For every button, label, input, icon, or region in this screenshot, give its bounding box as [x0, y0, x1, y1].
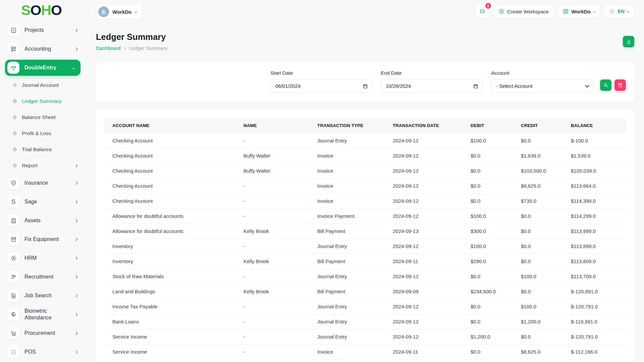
file-search-icon: [7, 290, 19, 302]
sidebar-subitem-balance-sheet[interactable]: Balance Sheet: [0, 109, 91, 125]
sidebar-subitem-profit-loss[interactable]: Profit & Loss: [0, 125, 91, 141]
table-row: Service Income-Invoice2024-09-11$0.0$8,6…: [104, 344, 626, 359]
sidebar-item-pos[interactable]: POS: [0, 343, 91, 361]
clipboard-off-icon: [618, 82, 623, 88]
table-row: Allowance for doubtful accounts-Invoice …: [104, 208, 626, 224]
topbar: WorkDo 0 Create Workspace WorkDo EN: [91, 0, 644, 24]
chevron-right-icon: [74, 238, 78, 241]
table-row: InventoryKelly BrookBill Payment2024-09-…: [104, 254, 626, 269]
table-row: Inventory-Journal Entry2024-09-12$100.0$…: [104, 239, 626, 254]
user-plus-icon: [7, 271, 19, 283]
circle-icon: [13, 148, 16, 151]
start-date-input[interactable]: [270, 79, 372, 93]
end-date-input[interactable]: [381, 79, 483, 93]
brand-logo[interactable]: SOHO: [0, 0, 91, 20]
breadcrumb-current: Ledger Summary: [129, 45, 167, 51]
circle-icon: [13, 164, 16, 167]
sidebar-item-accounting[interactable]: Accounting: [0, 40, 91, 58]
sidebar-item-projects[interactable]: Projects: [0, 21, 91, 40]
sidebar-item-hrm[interactable]: HRM: [0, 249, 91, 267]
workspace-name: WorkDo: [112, 9, 131, 15]
letter-s-icon: S: [7, 196, 19, 208]
language-label: EN: [618, 9, 625, 14]
chevron-right-icon: [74, 331, 78, 335]
sidebar-item-sage[interactable]: S Sage: [0, 192, 91, 211]
table-row: Income Tax Payable-Journal Entry2024-09-…: [104, 299, 626, 314]
page-title: Ledger Summary: [96, 32, 634, 43]
breadcrumb-dashboard-link[interactable]: Dashboard: [96, 45, 120, 51]
sidebar-item-recruitment[interactable]: Recruitment: [0, 267, 91, 286]
account-select[interactable]: - Select Account: [491, 79, 593, 93]
chevron-right-icon: [74, 294, 78, 297]
grid-plus-icon: [7, 43, 19, 55]
circle-icon: [13, 100, 16, 103]
table-row: Stock of Raw Materials-Journal Entry2024…: [104, 269, 626, 284]
ledger-table-card: ACCOUNT NAMENAMETRANSACTION TYPETRANSACT…: [96, 109, 634, 362]
fingerprint-icon: [7, 308, 19, 320]
chevron-right-icon: [123, 47, 126, 49]
create-workspace-button[interactable]: Create Workspace: [493, 5, 554, 18]
check-square-icon: [7, 24, 19, 36]
table-header-row: ACCOUNT NAMENAMETRANSACTION TYPETRANSACT…: [104, 118, 626, 133]
sidebar-item-assets[interactable]: Assets: [0, 211, 91, 230]
workspace-switcher-button[interactable]: WorkDo: [96, 4, 143, 19]
apps-menu-button[interactable]: WorkDo: [558, 5, 600, 18]
circle-icon: [13, 116, 16, 119]
globe-icon: [609, 8, 615, 15]
plus-circle-icon: [498, 8, 504, 14]
sidebar-item-fix-equipment[interactable]: Fix Equipment: [0, 230, 91, 249]
column-header-account-name: ACCOUNT NAME: [104, 118, 244, 133]
chevron-down-icon: [135, 10, 137, 13]
sidebar-item-job-search[interactable]: Job Search: [0, 286, 91, 305]
chevron-right-icon: [74, 28, 78, 32]
chevron-right-icon: [74, 47, 78, 51]
messages-badge: 0: [485, 3, 491, 9]
column-header-balance: BALANCE: [571, 118, 626, 133]
sidebar-subitem-ledger-summary[interactable]: Ledger Summary: [0, 93, 91, 109]
sidebar-item-insurance[interactable]: Insurance: [0, 174, 91, 192]
ledger-table: ACCOUNT NAMENAMETRANSACTION TYPETRANSACT…: [104, 118, 626, 360]
chevron-right-icon: [74, 275, 78, 279]
shield-check-icon: [7, 177, 19, 189]
dots-grid-icon: [7, 346, 19, 358]
language-button[interactable]: EN: [604, 5, 634, 18]
table-row: Bank Loans-Journal Entry2024-09-12$0.0$1…: [104, 314, 626, 329]
column-header-transaction-date: TRANSACTION DATE: [393, 118, 471, 133]
start-date-label: Start Date: [270, 70, 372, 76]
chevron-right-icon: [74, 256, 78, 260]
table-row: Checking Account-Invoice2024-09-12$0.0$7…: [104, 193, 626, 208]
reset-filter-button[interactable]: [614, 79, 626, 91]
column-header-debit: DEBIT: [471, 118, 521, 133]
main-content: Ledger Summary Dashboard Ledger Summary …: [91, 0, 644, 362]
sidebar-subitem-journal-account[interactable]: Journal Account: [0, 77, 91, 93]
building-icon: [100, 8, 107, 15]
sidebar-item-biometric-attendance[interactable]: Biometric Attendance: [0, 305, 91, 324]
sidebar-subitem-trial-balance[interactable]: Trial Balance: [0, 141, 91, 158]
chevron-down-icon: [627, 10, 630, 13]
calculator-icon: [7, 215, 19, 227]
table-row: Land and BuildingsKelly BrookBill Paymen…: [104, 284, 626, 299]
chevron-right-icon: [74, 313, 78, 316]
cart-icon: [7, 327, 19, 339]
sidebar-item-procurement[interactable]: Procurement: [0, 324, 91, 343]
chevron-down-icon: [72, 66, 75, 69]
column-header-credit: CREDIT: [521, 118, 571, 133]
search-icon: [603, 82, 608, 88]
sidebar-item-doubleentry[interactable]: DoubleEntry: [5, 60, 80, 76]
messages-button[interactable]: 0: [475, 5, 489, 18]
archive-icon: [7, 233, 19, 245]
user-focus-icon: [7, 252, 19, 264]
table-row: Checking Account-Journal Entry2024-09-12…: [104, 133, 626, 148]
table-body: Checking Account-Journal Entry2024-09-12…: [104, 133, 626, 359]
search-button[interactable]: [600, 79, 611, 91]
chevron-right-icon: [74, 219, 78, 222]
table-row: Checking AccountBuffy WalterInvoice2024-…: [104, 163, 626, 178]
sidebar-subitem-report[interactable]: Report: [0, 158, 91, 174]
sidebar-nav: Projects Accounting DoubleEntry Journal …: [0, 20, 91, 361]
table-row: Service Income-Journal Entry2024-09-12$1…: [104, 329, 626, 344]
account-label: Account: [491, 70, 593, 76]
chevron-down-icon: [593, 10, 596, 13]
table-row: Allowance for doubtful accountsKelly Bro…: [104, 224, 626, 239]
workspace-avatar: [98, 6, 109, 17]
download-button[interactable]: [623, 36, 634, 47]
